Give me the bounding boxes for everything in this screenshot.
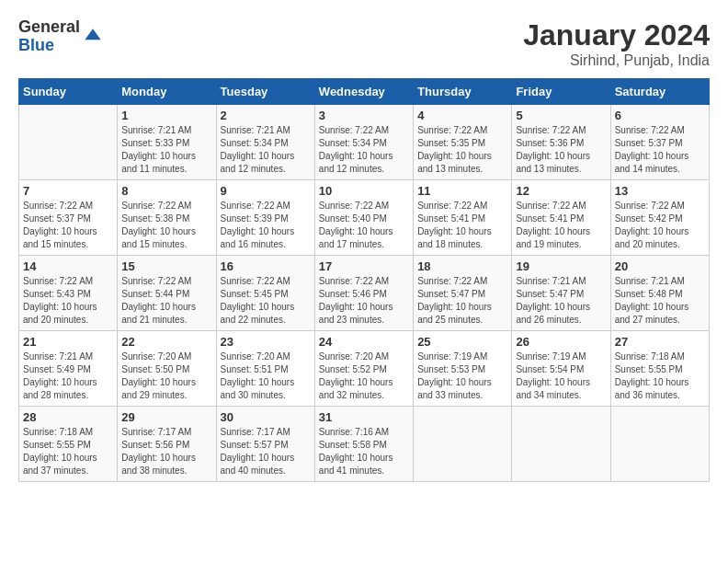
day-cell: 19Sunrise: 7:21 AMSunset: 5:47 PMDayligh…: [512, 256, 610, 331]
day-number: 17: [319, 259, 409, 273]
day-info: Sunrise: 7:21 AMSunset: 5:47 PMDaylight:…: [516, 275, 606, 327]
day-info: Sunrise: 7:21 AMSunset: 5:34 PMDaylight:…: [221, 124, 311, 176]
day-number: 23: [221, 335, 311, 349]
day-info: Sunrise: 7:17 AMSunset: 5:57 PMDaylight:…: [221, 426, 311, 477]
day-cell: 6Sunrise: 7:22 AMSunset: 5:37 PMDaylight…: [610, 105, 709, 180]
day-number: 8: [121, 184, 211, 198]
day-info: Sunrise: 7:20 AMSunset: 5:50 PMDaylight:…: [121, 350, 211, 402]
day-info: Sunrise: 7:22 AMSunset: 5:34 PMDaylight:…: [319, 124, 409, 176]
day-cell: 16Sunrise: 7:22 AMSunset: 5:45 PMDayligh…: [216, 256, 314, 331]
day-info: Sunrise: 7:22 AMSunset: 5:39 PMDaylight:…: [221, 200, 311, 251]
day-number: 25: [417, 335, 507, 349]
day-number: 12: [516, 184, 606, 198]
logo-blue: Blue: [18, 37, 80, 55]
day-cell: 25Sunrise: 7:19 AMSunset: 5:53 PMDayligh…: [414, 331, 512, 407]
weekday-header-sunday: Sunday: [19, 79, 118, 105]
day-info: Sunrise: 7:17 AMSunset: 5:56 PMDaylight:…: [121, 426, 211, 477]
day-info: Sunrise: 7:21 AMSunset: 5:48 PMDaylight:…: [615, 275, 705, 327]
day-cell: 28Sunrise: 7:18 AMSunset: 5:55 PMDayligh…: [19, 407, 118, 482]
day-cell: 27Sunrise: 7:18 AMSunset: 5:55 PMDayligh…: [610, 331, 709, 407]
week-row-2: 7Sunrise: 7:22 AMSunset: 5:37 PMDaylight…: [19, 180, 710, 256]
day-number: 2: [221, 109, 311, 122]
day-cell: 17Sunrise: 7:22 AMSunset: 5:46 PMDayligh…: [314, 256, 413, 331]
weekday-header-row: SundayMondayTuesdayWednesdayThursdayFrid…: [19, 79, 710, 105]
day-number: 14: [23, 259, 113, 273]
day-number: 28: [23, 410, 113, 424]
day-number: 9: [221, 184, 311, 198]
day-cell: [512, 407, 610, 482]
title-section: January 2024 Sirhind, Punjab, India: [523, 18, 710, 69]
day-number: 19: [516, 259, 606, 273]
day-number: 4: [417, 109, 507, 122]
day-cell: 14Sunrise: 7:22 AMSunset: 5:43 PMDayligh…: [19, 256, 118, 331]
day-cell: 21Sunrise: 7:21 AMSunset: 5:49 PMDayligh…: [19, 331, 118, 407]
day-cell: 2Sunrise: 7:21 AMSunset: 5:34 PMDaylight…: [216, 105, 314, 180]
day-cell: 23Sunrise: 7:20 AMSunset: 5:51 PMDayligh…: [216, 331, 314, 407]
weekday-header-tuesday: Tuesday: [216, 79, 314, 105]
day-info: Sunrise: 7:22 AMSunset: 5:41 PMDaylight:…: [417, 200, 507, 251]
day-cell: 30Sunrise: 7:17 AMSunset: 5:57 PMDayligh…: [216, 407, 314, 482]
day-number: 16: [221, 259, 311, 273]
day-number: 26: [516, 335, 606, 349]
day-info: Sunrise: 7:20 AMSunset: 5:51 PMDaylight:…: [221, 350, 311, 402]
day-info: Sunrise: 7:20 AMSunset: 5:52 PMDaylight:…: [319, 350, 409, 402]
day-cell: 7Sunrise: 7:22 AMSunset: 5:37 PMDaylight…: [19, 180, 118, 256]
weekday-header-monday: Monday: [118, 79, 216, 105]
day-number: 3: [319, 109, 409, 122]
day-info: Sunrise: 7:19 AMSunset: 5:53 PMDaylight:…: [417, 350, 507, 402]
day-info: Sunrise: 7:22 AMSunset: 5:37 PMDaylight:…: [23, 200, 113, 251]
day-cell: 3Sunrise: 7:22 AMSunset: 5:34 PMDaylight…: [314, 105, 413, 180]
day-cell: 22Sunrise: 7:20 AMSunset: 5:50 PMDayligh…: [118, 331, 216, 407]
day-info: Sunrise: 7:22 AMSunset: 5:43 PMDaylight:…: [23, 275, 113, 327]
day-info: Sunrise: 7:22 AMSunset: 5:44 PMDaylight:…: [121, 275, 211, 327]
day-cell: 9Sunrise: 7:22 AMSunset: 5:39 PMDaylight…: [216, 180, 314, 256]
day-info: Sunrise: 7:22 AMSunset: 5:46 PMDaylight:…: [319, 275, 409, 327]
day-cell: 15Sunrise: 7:22 AMSunset: 5:44 PMDayligh…: [118, 256, 216, 331]
day-info: Sunrise: 7:18 AMSunset: 5:55 PMDaylight:…: [23, 426, 113, 477]
logo: General Blue: [18, 18, 102, 55]
day-number: 22: [121, 335, 211, 349]
weekday-header-wednesday: Wednesday: [314, 79, 413, 105]
day-number: 21: [23, 335, 113, 349]
day-number: 5: [516, 109, 606, 122]
calendar-table: SundayMondayTuesdayWednesdayThursdayFrid…: [18, 78, 710, 482]
day-info: Sunrise: 7:22 AMSunset: 5:42 PMDaylight:…: [615, 200, 705, 251]
day-info: Sunrise: 7:21 AMSunset: 5:49 PMDaylight:…: [23, 350, 113, 402]
day-info: Sunrise: 7:16 AMSunset: 5:58 PMDaylight:…: [319, 426, 409, 477]
day-cell: 11Sunrise: 7:22 AMSunset: 5:41 PMDayligh…: [414, 180, 512, 256]
weekday-header-thursday: Thursday: [414, 79, 512, 105]
day-info: Sunrise: 7:22 AMSunset: 5:45 PMDaylight:…: [221, 275, 311, 327]
day-number: 29: [121, 410, 211, 424]
day-number: 24: [319, 335, 409, 349]
day-info: Sunrise: 7:22 AMSunset: 5:41 PMDaylight:…: [516, 200, 606, 251]
day-info: Sunrise: 7:19 AMSunset: 5:54 PMDaylight:…: [516, 350, 606, 402]
weekday-header-saturday: Saturday: [610, 79, 709, 105]
day-cell: 10Sunrise: 7:22 AMSunset: 5:40 PMDayligh…: [314, 180, 413, 256]
day-number: 10: [319, 184, 409, 198]
week-row-4: 21Sunrise: 7:21 AMSunset: 5:49 PMDayligh…: [19, 331, 710, 407]
day-info: Sunrise: 7:18 AMSunset: 5:55 PMDaylight:…: [615, 350, 705, 402]
week-row-1: 1Sunrise: 7:21 AMSunset: 5:33 PMDaylight…: [19, 105, 710, 180]
day-cell: 5Sunrise: 7:22 AMSunset: 5:36 PMDaylight…: [512, 105, 610, 180]
day-cell: 18Sunrise: 7:22 AMSunset: 5:47 PMDayligh…: [414, 256, 512, 331]
day-number: 7: [23, 184, 113, 198]
day-cell: 8Sunrise: 7:22 AMSunset: 5:38 PMDaylight…: [118, 180, 216, 256]
day-cell: [19, 105, 118, 180]
day-info: Sunrise: 7:21 AMSunset: 5:33 PMDaylight:…: [121, 124, 211, 176]
day-cell: 13Sunrise: 7:22 AMSunset: 5:42 PMDayligh…: [610, 180, 709, 256]
day-cell: 26Sunrise: 7:19 AMSunset: 5:54 PMDayligh…: [512, 331, 610, 407]
month-title: January 2024: [523, 18, 710, 52]
week-row-5: 28Sunrise: 7:18 AMSunset: 5:55 PMDayligh…: [19, 407, 710, 482]
day-cell: 31Sunrise: 7:16 AMSunset: 5:58 PMDayligh…: [314, 407, 413, 482]
day-number: 15: [121, 259, 211, 273]
day-info: Sunrise: 7:22 AMSunset: 5:47 PMDaylight:…: [417, 275, 507, 327]
day-number: 11: [417, 184, 507, 198]
day-cell: 20Sunrise: 7:21 AMSunset: 5:48 PMDayligh…: [610, 256, 709, 331]
logo-icon: [84, 28, 102, 46]
day-number: 31: [319, 410, 409, 424]
day-info: Sunrise: 7:22 AMSunset: 5:40 PMDaylight:…: [319, 200, 409, 251]
day-number: 18: [417, 259, 507, 273]
day-cell: 24Sunrise: 7:20 AMSunset: 5:52 PMDayligh…: [314, 331, 413, 407]
day-number: 30: [221, 410, 311, 424]
day-cell: [414, 407, 512, 482]
